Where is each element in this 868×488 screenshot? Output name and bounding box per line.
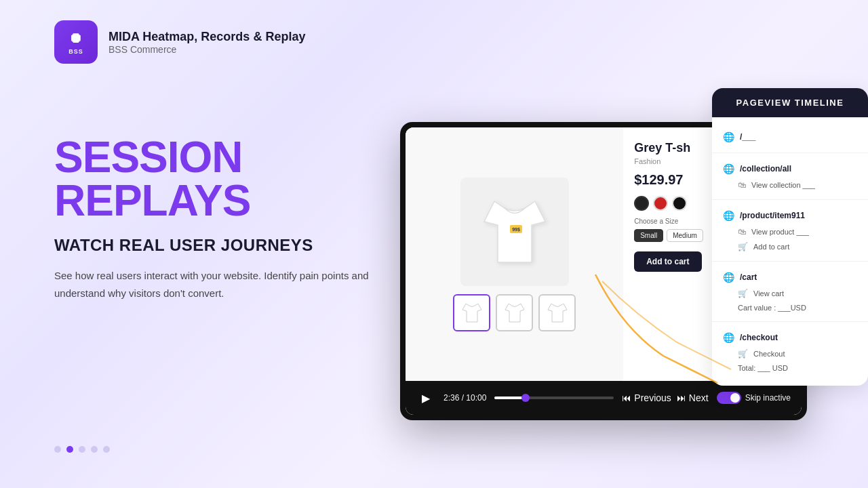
url-product-label: /product/item911: [740, 211, 805, 220]
product-image-area: 99$: [406, 127, 623, 381]
add-to-cart-button[interactable]: Add to cart: [634, 251, 701, 272]
timeline-action-add-cart: 🛒 Add to cart: [712, 239, 868, 254]
view-product-label: View product ___: [751, 228, 809, 236]
hero-title: SESSION REPLAYS: [54, 136, 407, 222]
video-controls: ▶ 2:36 / 10:00 ⏮ Previous ⏭ Next: [406, 381, 802, 415]
tshirt-svg: 99$: [471, 188, 559, 276]
timeline-items: 🌐 /___ 🌐 /collection/all 🛍 View collecti…: [712, 117, 868, 386]
next-icon: ⏭: [677, 392, 686, 403]
timeline-action-checkout: 🛒 Checkout: [712, 346, 868, 361]
timeline-group-root: 🌐 /___: [712, 124, 868, 150]
divider-2: [712, 199, 868, 200]
globe-icon-cart: 🌐: [723, 272, 734, 283]
timeline-group-checkout: 🌐 /checkout 🛒 Checkout Total: ___ USD: [712, 325, 868, 379]
next-button[interactable]: ⏭ Next: [677, 392, 709, 403]
skip-label: Skip inactive: [745, 393, 791, 403]
dot-5[interactable]: [103, 446, 110, 453]
view-collection-label: View collection ___: [751, 181, 815, 189]
cart-icon-add: 🛒: [738, 242, 748, 251]
checkout-label: Checkout: [753, 350, 785, 358]
dot-3[interactable]: [79, 446, 85, 453]
brand-text: MIDA Heatmap, Records & Replay BSS Comme…: [108, 30, 305, 55]
timeline-group-cart: 🌐 /cart 🛒 View cart Cart value : ___USD: [712, 264, 868, 319]
prev-icon: ⏮: [622, 392, 631, 403]
cart-value-label: Cart value : ___USD: [738, 304, 806, 312]
dot-1[interactable]: [54, 446, 61, 453]
progress-thumb: [521, 394, 530, 402]
toggle-knob: [730, 393, 740, 403]
carousel-dots: [54, 446, 110, 453]
globe-icon-checkout: 🌐: [723, 332, 734, 343]
thumbnail-2[interactable]: [496, 294, 533, 331]
play-button[interactable]: ▶: [416, 388, 435, 407]
color-dark[interactable]: [634, 196, 649, 211]
timeline-panel: PAGEVIEW TIMELINE 🌐 /___ 🌐 /collection/a…: [712, 88, 868, 386]
color-black[interactable]: [672, 196, 687, 211]
hero-section: SESSION REPLAYS WATCH REAL USER JOURNEYS…: [54, 136, 407, 302]
cart-icon-view: 🛒: [738, 289, 748, 298]
hero-subtitle: WATCH REAL USER JOURNEYS: [54, 236, 407, 255]
divider-1: [712, 152, 868, 153]
thumbnail-row: [453, 294, 576, 331]
cart-icon-checkout: 🛒: [738, 349, 748, 359]
size-medium[interactable]: Medium: [667, 229, 703, 242]
color-red[interactable]: [653, 196, 668, 211]
main-product-image: 99$: [460, 178, 569, 286]
url-collection-label: /collection/all: [740, 164, 791, 174]
prev-next-controls: ⏮ Previous ⏭ Next: [622, 392, 708, 403]
timeline-action-view-cart: 🛒 View cart: [712, 286, 868, 301]
prev-button[interactable]: ⏮ Previous: [622, 392, 671, 403]
globe-icon-root: 🌐: [723, 131, 734, 142]
timeline-url-cart: 🌐 /cart: [712, 268, 868, 286]
logo-icon: ⏺: [68, 29, 83, 47]
timeline-action-view-collection: 🛍 View collection ___: [712, 178, 868, 192]
timeline-url-root: 🌐 /___: [712, 128, 868, 146]
timeline-group-product: 🌐 /product/item911 🛍 View product ___ 🛒 …: [712, 203, 868, 258]
divider-4: [712, 321, 868, 322]
timeline-action-cart-value: Cart value : ___USD: [712, 301, 868, 314]
thumbnail-1[interactable]: [453, 294, 490, 331]
add-to-cart-label: Add to cart: [753, 243, 789, 251]
app-logo: ⏺ BSS: [54, 20, 98, 64]
timeline-url-checkout: 🌐 /checkout: [712, 329, 868, 346]
timeline-action-total: Total: ___ USD: [712, 361, 868, 375]
prev-label: Previous: [634, 392, 671, 403]
hero-description: See how real users interact with your we…: [54, 267, 407, 302]
skip-inactive-control: Skip inactive: [717, 392, 791, 404]
timeline-url-product: 🌐 /product/item911: [712, 207, 868, 224]
url-checkout-label: /checkout: [740, 333, 778, 342]
divider-3: [712, 261, 868, 262]
view-cart-label: View cart: [753, 289, 784, 298]
globe-icon-product: 🌐: [723, 210, 734, 221]
checkout-total-label: Total: ___ USD: [738, 364, 788, 372]
size-small[interactable]: Small: [634, 229, 663, 242]
progress-bar[interactable]: [494, 396, 614, 399]
header: ⏺ BSS MIDA Heatmap, Records & Replay BSS…: [54, 20, 305, 64]
logo-bss-label: BSS: [68, 48, 83, 55]
timeline-url-collection: 🌐 /collection/all: [712, 160, 868, 178]
timeline-group-collection: 🌐 /collection/all 🛍 View collection ___: [712, 156, 868, 197]
company-name: BSS Commerce: [108, 44, 305, 55]
skip-toggle[interactable]: [717, 392, 741, 404]
dot-2[interactable]: [66, 446, 73, 453]
svg-text:99$: 99$: [512, 227, 520, 232]
shop-icon-collection: 🛍: [738, 180, 746, 190]
time-display: 2:36 / 10:00: [443, 393, 486, 403]
app-name: MIDA Heatmap, Records & Replay: [108, 30, 305, 44]
dot-4[interactable]: [91, 446, 98, 453]
thumbnail-3[interactable]: [538, 294, 576, 331]
timeline-header: PAGEVIEW TIMELINE: [712, 88, 868, 117]
url-root-label: /___: [740, 132, 755, 142]
shop-icon-product: 🛍: [738, 227, 746, 237]
timeline-action-view-product: 🛍 View product ___: [712, 224, 868, 239]
url-cart-label: /cart: [740, 272, 757, 282]
globe-icon-collection: 🌐: [723, 163, 734, 174]
next-label: Next: [689, 392, 709, 403]
